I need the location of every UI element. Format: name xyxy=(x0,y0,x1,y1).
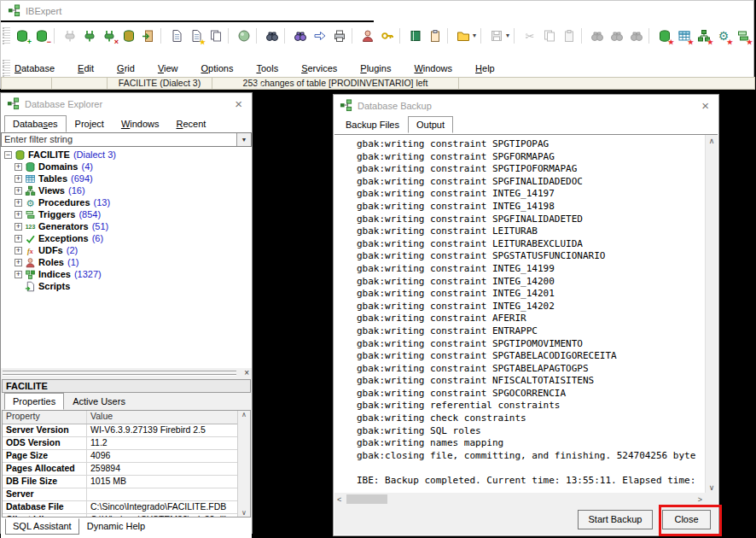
grant-manager-button[interactable] xyxy=(377,26,397,45)
reconnect-database-button[interactable] xyxy=(119,26,138,45)
connect-database-button[interactable] xyxy=(79,26,99,45)
connect-database-disabled-button[interactable] xyxy=(60,26,79,45)
expand-icon[interactable]: + xyxy=(15,247,22,254)
table-row[interactable]: Client LibraryC:\Windows\SYSTEM32\ods32.… xyxy=(3,514,250,518)
help-book-button[interactable] xyxy=(405,26,425,45)
table-row[interactable]: Page Size4096 xyxy=(3,450,250,463)
scroll-up-icon[interactable]: ∧ xyxy=(241,411,247,418)
copy-button[interactable] xyxy=(539,26,559,45)
menu-plugins[interactable]: Plugins xyxy=(358,61,393,75)
open-file-button[interactable] xyxy=(453,26,473,45)
table-row[interactable]: Pages Allocated259894 xyxy=(3,463,250,476)
tree-item-indices[interactable]: +Indices(1327) xyxy=(1,268,252,280)
tree-item-facilite[interactable]: −FACILITE(Dialect 3) xyxy=(1,149,252,161)
new-trigger-button[interactable]: ★ xyxy=(733,26,753,45)
find-again-button[interactable] xyxy=(290,26,310,45)
tree-item-roles[interactable]: +Roles(1) xyxy=(1,256,252,268)
tree-item-udfs[interactable]: +fxUDFs(2) xyxy=(1,244,252,256)
unregister-database-button[interactable]: − xyxy=(32,26,51,45)
sphere-tool-button[interactable] xyxy=(234,26,253,45)
menu-services[interactable]: Services xyxy=(299,61,340,75)
table-row[interactable]: DB File Size1015 MB xyxy=(3,476,250,488)
expand-icon[interactable]: + xyxy=(15,211,22,219)
tab-backup-files[interactable]: Backup Files xyxy=(337,116,408,133)
expand-icon[interactable]: + xyxy=(15,235,22,243)
scroll-right-icon[interactable]: > xyxy=(698,495,702,504)
backup-output-log[interactable]: gbak:writing constraint SPGTIPOPAGgbak:w… xyxy=(334,135,705,494)
script-document-button[interactable] xyxy=(425,26,445,45)
menubar-grip[interactable] xyxy=(3,60,10,77)
tree-item-scripts[interactable]: Scripts xyxy=(1,280,252,292)
tree-item-tables[interactable]: +Tables(694) xyxy=(1,173,252,184)
user-manager-button[interactable] xyxy=(358,26,377,45)
tab-sql-assistant[interactable]: SQL Assistant xyxy=(5,518,79,535)
tab-properties[interactable]: Properties xyxy=(4,393,64,410)
tab-windows[interactable]: Windows xyxy=(113,115,168,132)
filter-dropdown-button[interactable]: ▼ xyxy=(236,133,251,146)
menu-options[interactable]: Options xyxy=(199,61,236,75)
menu-tools[interactable]: Tools xyxy=(253,61,281,75)
new-database-button[interactable]: ★ xyxy=(654,26,674,45)
new-object-button[interactable]: ★ xyxy=(186,26,206,45)
toolbar-grip[interactable] xyxy=(3,27,10,44)
close-icon[interactable]: × xyxy=(699,99,712,112)
new-table-button[interactable]: ★ xyxy=(674,26,694,45)
scroll-left-icon[interactable]: < xyxy=(337,495,341,504)
expand-icon[interactable]: + xyxy=(15,223,22,231)
table-row[interactable]: Database FileC:\Sinco\Integrado\FACILITE… xyxy=(3,501,250,514)
collapse-icon[interactable]: − xyxy=(4,151,12,159)
scroll-up-icon[interactable]: ∧ xyxy=(709,137,715,145)
find-all-button[interactable] xyxy=(626,26,646,45)
new-document-button[interactable] xyxy=(166,26,186,45)
expand-icon[interactable]: + xyxy=(15,259,22,266)
save-file-dropdown-icon[interactable]: ▾ xyxy=(506,32,511,39)
disconnect-database-button[interactable]: × xyxy=(99,26,119,45)
panel-splitter[interactable]: × xyxy=(1,368,252,378)
table-row[interactable]: ODS Version11.2 xyxy=(3,437,250,450)
scrollbar-thumb[interactable] xyxy=(346,494,387,504)
print-button[interactable] xyxy=(329,26,349,45)
find-button[interactable] xyxy=(587,26,607,45)
expand-icon[interactable]: + xyxy=(15,163,22,171)
menu-edit[interactable]: Edit xyxy=(75,61,96,75)
tree-item-domains[interactable]: +Domains(4) xyxy=(1,161,252,173)
expand-icon[interactable]: + xyxy=(15,175,22,183)
duplicate-object-button[interactable] xyxy=(206,26,225,45)
register-database-button[interactable]: + xyxy=(12,26,32,45)
tree-item-triggers[interactable]: +Triggers(854) xyxy=(1,208,252,220)
go-to-button[interactable] xyxy=(310,26,329,45)
start-backup-button[interactable]: Start Backup xyxy=(578,510,653,529)
table-row[interactable]: Server xyxy=(3,488,250,501)
filter-input[interactable]: Enter filter string ▼ xyxy=(1,132,252,147)
vertical-scrollbar[interactable]: ∧ ∨ xyxy=(705,135,718,494)
expand-icon[interactable]: + xyxy=(15,187,22,195)
new-generator-button[interactable]: 123★ xyxy=(753,26,756,45)
find-next-button[interactable] xyxy=(607,26,626,45)
new-view-button[interactable]: ★ xyxy=(694,26,713,45)
paste-button[interactable] xyxy=(559,26,579,45)
menu-help[interactable]: Help xyxy=(473,61,497,75)
backup-output-memo[interactable]: gbak:writing constraint SPGTIPOPAGgbak:w… xyxy=(334,134,718,494)
tree-item-procedures[interactable]: +⚙Procedures(13) xyxy=(1,196,252,208)
scroll-down-icon[interactable]: ∨ xyxy=(241,509,247,517)
tree-item-views[interactable]: +Views(16) xyxy=(1,184,252,196)
search-metadata-button[interactable] xyxy=(262,26,282,45)
tab-databases[interactable]: Databases xyxy=(4,115,67,132)
expand-icon[interactable]: + xyxy=(15,199,22,207)
close-panel-icon[interactable]: × xyxy=(244,368,249,377)
save-file-button[interactable] xyxy=(486,26,506,45)
tab-recent[interactable]: Recent xyxy=(168,115,215,132)
tab-active-users[interactable]: Active Users xyxy=(64,393,134,410)
open-file-dropdown-icon[interactable]: ▾ xyxy=(473,32,478,39)
cut-button[interactable]: ✂ xyxy=(520,26,539,45)
exit-application-button[interactable] xyxy=(138,26,158,45)
menu-windows[interactable]: Windows xyxy=(411,61,455,75)
new-procedure-button[interactable]: ⚙★ xyxy=(713,26,733,45)
menu-grid[interactable]: Grid xyxy=(114,61,137,75)
tree-item-exceptions[interactable]: +Exceptions(6) xyxy=(1,232,252,244)
grid-vertical-scrollbar[interactable]: ∧∨ xyxy=(237,411,250,517)
expand-icon[interactable]: + xyxy=(15,271,22,278)
tab-output[interactable]: Output xyxy=(408,116,453,133)
tab-project[interactable]: Project xyxy=(67,115,113,132)
close-icon[interactable]: × xyxy=(232,97,245,110)
